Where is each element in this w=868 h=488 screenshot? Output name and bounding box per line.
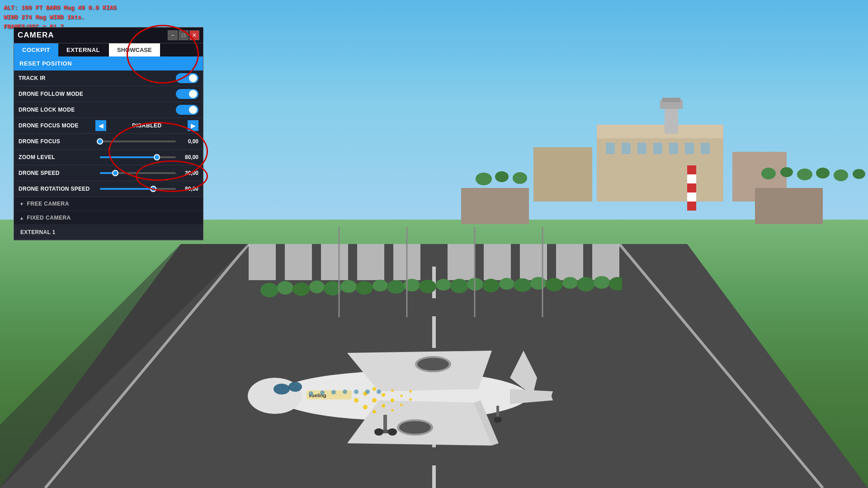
svg-point-45 xyxy=(816,168,830,178)
setting-drone-lock: DRONE LOCK MODE xyxy=(14,102,203,118)
drone-focus-mode-label: DRONE FOCUS MODE xyxy=(19,122,95,129)
svg-point-96 xyxy=(373,410,376,413)
svg-rect-37 xyxy=(687,183,696,192)
zoom-level-fill xyxy=(100,156,157,158)
svg-point-102 xyxy=(400,394,403,397)
svg-rect-24 xyxy=(653,143,662,154)
drone-focus-mode-next[interactable]: ▶ xyxy=(188,120,198,131)
light-poles xyxy=(0,227,868,317)
svg-point-82 xyxy=(399,421,431,434)
zoom-level-slider-container xyxy=(98,156,178,158)
drone-focus-value: 0,00 xyxy=(178,138,198,145)
svg-point-99 xyxy=(391,399,394,402)
svg-point-73 xyxy=(274,384,290,394)
setting-drone-focus: DRONE FOCUS 0,00 xyxy=(14,134,203,150)
svg-rect-26 xyxy=(685,143,694,154)
section-free-camera[interactable]: ▼ FREE CAMERA xyxy=(14,197,203,211)
track-ir-toggle-container xyxy=(176,73,198,83)
svg-rect-25 xyxy=(669,143,678,154)
svg-point-46 xyxy=(834,169,848,181)
drone-focus-mode-control: ◀ DISABLED ▶ xyxy=(95,120,198,131)
tab-row: COCKPIT EXTERNAL SHOWCASE xyxy=(14,43,203,56)
titlebar-controls: − □ ✕ xyxy=(168,30,199,40)
drone-follow-toggle-container xyxy=(176,89,198,99)
drone-rotation-speed-thumb[interactable] xyxy=(150,186,156,192)
svg-point-87 xyxy=(374,428,383,436)
track-ir-label: TRACK IR xyxy=(19,75,95,81)
svg-point-109 xyxy=(320,390,325,395)
tab-external[interactable]: EXTERNAL xyxy=(58,43,108,56)
setting-drone-rotation-speed: DRONE ROTATION SPEED 80,00 xyxy=(14,181,203,197)
svg-point-101 xyxy=(391,409,394,412)
drone-rotation-speed-slider-container xyxy=(98,188,178,190)
setting-drone-follow: DRONE FOLLOW MODE xyxy=(14,86,203,102)
svg-point-90 xyxy=(494,417,502,423)
drone-focus-mode-prev[interactable]: ◀ xyxy=(95,120,106,131)
section-fixed-camera[interactable]: ▲ FIXED CAMERA xyxy=(14,211,203,225)
svg-point-44 xyxy=(797,169,812,180)
drone-speed-thumb[interactable] xyxy=(112,170,118,176)
svg-point-43 xyxy=(780,167,793,177)
fixed-camera-label: FIXED CAMERA xyxy=(27,215,71,221)
drone-lock-toggle[interactable] xyxy=(176,105,198,115)
svg-rect-27 xyxy=(701,143,710,154)
zoom-level-thumb[interactable] xyxy=(154,154,160,160)
svg-rect-20 xyxy=(597,125,723,138)
reset-position-button[interactable]: RESET POSITION xyxy=(14,56,203,70)
drone-speed-slider-container xyxy=(98,172,178,174)
svg-point-100 xyxy=(391,389,394,392)
fixed-camera-chevron: ▲ xyxy=(19,216,24,221)
svg-point-110 xyxy=(331,390,336,394)
svg-point-84 xyxy=(417,358,449,371)
svg-rect-21 xyxy=(606,143,615,154)
drone-focus-thumb[interactable] xyxy=(97,138,103,145)
drone-rotation-speed-value: 80,00 xyxy=(178,186,198,192)
drone-follow-toggle[interactable] xyxy=(176,89,198,99)
drone-lock-toggle-container xyxy=(176,105,198,115)
track-ir-knob xyxy=(189,74,197,82)
drone-speed-value: 30,00 xyxy=(178,170,198,176)
svg-point-93 xyxy=(363,405,368,409)
svg-point-42 xyxy=(761,168,776,179)
svg-rect-32 xyxy=(533,147,592,202)
svg-point-40 xyxy=(495,171,509,182)
setting-track-ir: TRACK IR xyxy=(14,70,203,86)
svg-point-88 xyxy=(388,428,397,436)
minimize-button[interactable]: − xyxy=(168,30,178,40)
camera-panel: CAMERA − □ ✕ COCKPIT EXTERNAL SHOWCASE R… xyxy=(14,27,203,240)
svg-rect-38 xyxy=(687,202,696,211)
close-button[interactable]: ✕ xyxy=(189,30,199,40)
restore-button[interactable]: □ xyxy=(179,30,189,40)
drone-speed-track xyxy=(100,172,176,174)
setting-drone-focus-mode: DRONE FOCUS MODE ◀ DISABLED ▶ xyxy=(14,118,203,134)
camera-list-external1[interactable]: EXTERNAL 1 xyxy=(14,225,203,240)
drone-rotation-speed-label: DRONE ROTATION SPEED xyxy=(19,186,95,192)
svg-point-112 xyxy=(354,389,359,394)
setting-zoom-level: ZOOM LEVEL 80,00 xyxy=(14,150,203,165)
svg-point-41 xyxy=(513,172,527,184)
tab-showcase[interactable]: SHOWCASE xyxy=(109,43,160,56)
svg-point-113 xyxy=(365,389,370,394)
svg-point-111 xyxy=(343,389,347,394)
drone-focus-label: DRONE FOCUS xyxy=(19,138,95,145)
svg-point-105 xyxy=(409,390,412,393)
svg-point-39 xyxy=(476,173,492,185)
drone-follow-knob xyxy=(189,90,197,98)
tab-cockpit[interactable]: COCKPIT xyxy=(14,43,58,56)
panel-titlebar: CAMERA − □ ✕ xyxy=(14,28,203,43)
drone-focus-mode-value: DISABLED xyxy=(108,122,185,129)
svg-point-91 xyxy=(354,398,359,403)
svg-point-104 xyxy=(409,398,412,401)
svg-point-103 xyxy=(400,404,403,406)
drone-speed-label: DRONE SPEED xyxy=(19,170,95,176)
drone-follow-label: DRONE FOLLOW MODE xyxy=(19,91,95,97)
hud-line1: ALT: 160 FT BARO Mag 49 0.0 KIAS xyxy=(4,4,117,13)
svg-point-74 xyxy=(288,382,302,392)
svg-rect-23 xyxy=(637,143,646,154)
zoom-level-track xyxy=(100,156,176,158)
svg-point-47 xyxy=(853,169,865,179)
drone-focus-slider-container xyxy=(98,141,178,142)
svg-point-114 xyxy=(377,389,381,394)
track-ir-toggle[interactable] xyxy=(176,73,198,83)
zoom-level-value: 80,00 xyxy=(178,154,198,160)
